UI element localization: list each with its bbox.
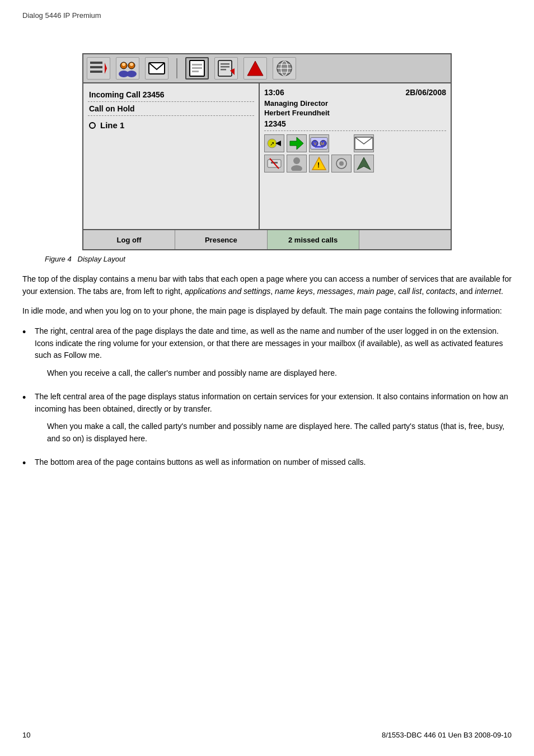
display-content: Incoming Call 23456 Call on Hold Line 1 …: [83, 83, 451, 229]
time-display: 13:06: [264, 88, 284, 97]
user-name: Herbert Freundheit: [264, 109, 446, 117]
phone-display: Incoming Call 23456 Call on Hold Line 1 …: [82, 53, 452, 250]
svg-text:!: !: [317, 161, 320, 169]
bullet-dot-1: •: [22, 325, 30, 339]
svg-text:M: M: [321, 141, 324, 146]
status-bar: Log off Presence 2 missed calls: [83, 229, 451, 249]
bullet-text-3: The bottom area of the page contains but…: [35, 458, 366, 466]
log-off-button[interactable]: Log off: [83, 230, 175, 249]
tab-contacts[interactable]: [243, 57, 267, 80]
document-title: Dialog 5446 IP Premium: [22, 11, 512, 20]
followme-icon[interactable]: [287, 155, 307, 172]
svg-text:↗: ↗: [270, 141, 274, 147]
warning-icon[interactable]: !: [309, 155, 329, 172]
tab-name-keys[interactable]: [116, 57, 139, 80]
svg-text:V: V: [313, 141, 316, 146]
svg-rect-18: [221, 69, 226, 71]
list-item-2: • The left central area of the page disp…: [22, 391, 512, 449]
figure-text: Display Layout: [78, 255, 125, 263]
list-item-1: • The right, central area of the page di…: [22, 325, 512, 383]
forward-icon[interactable]: ↗: [264, 134, 284, 152]
datetime-row: 13:06 2B/06/2008: [264, 88, 446, 97]
svg-rect-13: [192, 67, 202, 69]
tab-bar: [83, 54, 451, 83]
action-icons-row1: ↗ V M: [264, 134, 446, 152]
spacer-icon1: [331, 134, 352, 152]
page-footer: 10 8/1553-DBC 446 01 Uen B3 2008-09-10: [22, 731, 512, 739]
tab-internet[interactable]: [273, 57, 296, 80]
missed-calls-button[interactable]: 2 missed calls: [268, 230, 359, 249]
dnd-icon[interactable]: [264, 155, 284, 172]
figure-number: 4: [67, 255, 71, 263]
voicemail-icon[interactable]: V M: [309, 134, 329, 152]
svg-marker-46: [357, 157, 371, 170]
user-number: 12345: [264, 119, 446, 131]
left-panel: Incoming Call 23456 Call on Hold Line 1: [83, 83, 260, 229]
bullet-content-2: The left central area of the page displa…: [35, 391, 512, 449]
bullet-content-3: The bottom area of the page contains but…: [35, 456, 512, 469]
svg-marker-29: [290, 137, 303, 150]
bullet-text-2: The left central area of the page displa…: [35, 392, 508, 413]
bullet-dot-2: •: [22, 391, 30, 405]
empty-status-btn: [359, 230, 451, 249]
transfer-icon[interactable]: [287, 134, 307, 152]
presence-button[interactable]: Presence: [175, 230, 267, 249]
sub-para-2: When you make a call, the called party's…: [47, 421, 512, 445]
svg-rect-12: [192, 64, 202, 66]
tab-messages[interactable]: [145, 57, 168, 80]
svg-rect-15: [218, 60, 232, 76]
svg-point-45: [339, 161, 344, 166]
svg-marker-3: [105, 63, 107, 74]
date-display: 2B/06/2008: [406, 88, 446, 97]
tab-applications-settings[interactable]: [87, 57, 110, 80]
body-paragraph-2: In idle mode, and when you log on to you…: [22, 305, 512, 318]
call-on-hold-label: Call on Hold: [88, 102, 254, 116]
user-title: Managing Director: [264, 99, 446, 108]
svg-point-7: [127, 71, 137, 77]
bullet-dot-3: •: [22, 456, 30, 470]
page-number: 10: [22, 731, 30, 739]
tab-main-page[interactable]: [185, 57, 209, 80]
svg-marker-20: [247, 61, 263, 76]
bullet-text-1: The right, central area of the page disp…: [35, 326, 503, 360]
svg-rect-33: [315, 146, 323, 148]
svg-rect-17: [221, 66, 229, 68]
right-panel: 13:06 2B/06/2008 Managing Director Herbe…: [260, 83, 451, 229]
tab-call-list[interactable]: [214, 57, 238, 80]
sub-para-1: When you receive a call, the caller's nu…: [47, 367, 512, 380]
bullet-list: • The right, central area of the page di…: [22, 325, 512, 470]
message-icon[interactable]: [354, 134, 374, 152]
document-reference: 8/1553-DBC 446 01 Uen B3 2008-09-10: [382, 731, 512, 739]
line-indicator: Line 1: [88, 116, 254, 134]
svg-point-41: [291, 165, 302, 171]
incoming-call-label: Incoming Call 23456: [88, 88, 254, 102]
svg-rect-1: [90, 66, 102, 68]
action-icons-row2: !: [264, 155, 446, 172]
svg-rect-14: [192, 71, 199, 72]
figure-caption: Figure 4 Display Layout: [45, 255, 512, 263]
figure-label: Figure: [45, 255, 67, 263]
svg-point-40: [293, 157, 300, 164]
svg-rect-2: [90, 71, 102, 73]
svg-rect-16: [221, 63, 229, 65]
line-circle-icon: [89, 122, 96, 129]
svg-rect-0: [90, 62, 102, 64]
settings-icon[interactable]: [331, 155, 352, 172]
tab-separator-1: [176, 58, 177, 78]
bullet-content-1: The right, central area of the page disp…: [35, 325, 512, 383]
list-item-3: • The bottom area of the page contains b…: [22, 456, 512, 470]
body-paragraph-1: The top of the display contains a menu b…: [22, 273, 512, 297]
svg-point-8: [122, 63, 125, 66]
line-label: Line 1: [100, 120, 124, 130]
svg-point-9: [130, 63, 133, 66]
navigate-icon[interactable]: [354, 155, 374, 172]
